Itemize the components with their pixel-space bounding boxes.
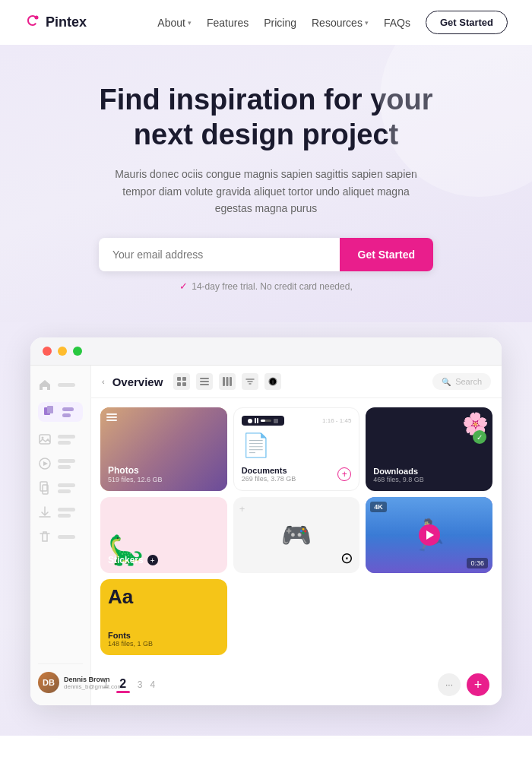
check-icon: ✓ (179, 280, 188, 292)
sidebar-item-video[interactable] (38, 457, 83, 470)
sidebar-nav (38, 378, 83, 648)
files-grid: Photos 519 files, 12.6 GB (91, 398, 502, 664)
sidebar-item-files[interactable] (38, 402, 83, 422)
stickers-card[interactable]: 🦕 Stickers + (100, 497, 227, 573)
hero-title: Find inspiration for your next design pr… (68, 83, 464, 152)
info-icon[interactable]: i (264, 373, 281, 390)
close-dot (43, 347, 52, 356)
toolbar-icons: i (173, 373, 281, 390)
video-duration: 0:36 (467, 558, 488, 568)
svg-rect-9 (177, 377, 181, 381)
mockup-wrapper: DB Dennis Brown dennis_b@gmail.com ‹ Ove… (0, 322, 532, 736)
video-card[interactable]: 🏃 4K 0:36 (366, 497, 492, 573)
sidebar-item-images[interactable] (38, 432, 83, 446)
nav-get-started-button[interactable]: Get Started (426, 11, 508, 34)
downloads-sub: 468 files, 9.8 GB (373, 476, 485, 483)
nav-features[interactable]: Features (207, 17, 249, 29)
svg-rect-11 (177, 382, 181, 386)
images-icon (38, 432, 52, 446)
svg-rect-10 (182, 377, 186, 381)
documents-title: Documents (242, 466, 296, 475)
more-options-button[interactable]: ··· (438, 673, 461, 696)
game-controller-icon: 🎮 (281, 521, 312, 549)
document-icon (38, 481, 52, 495)
toolbar-title: Overview (112, 375, 163, 388)
nav-about[interactable]: About ▾ (157, 17, 192, 29)
svg-rect-18 (230, 377, 232, 386)
pdf-icon: 📄 (242, 432, 270, 458)
photos-card[interactable]: Photos 519 files, 12.6 GB (100, 407, 227, 491)
add-doc-icon[interactable]: + (337, 467, 351, 481)
pagination: 1 2 3 4 ··· + (91, 664, 502, 705)
app-sidebar: DB Dennis Brown dennis_b@gmail.com (30, 366, 91, 705)
svg-rect-14 (200, 381, 209, 382)
about-chevron-icon: ▾ (188, 19, 192, 27)
hero-form: Get Started (99, 238, 433, 271)
page-3[interactable]: 3 (138, 679, 143, 690)
page-4[interactable]: 4 (150, 679, 155, 690)
photos-label: Photos (108, 465, 220, 476)
hero-get-started-button[interactable]: Get Started (340, 238, 433, 271)
video-icon (38, 457, 52, 470)
downloads-label: Downloads (373, 467, 485, 476)
svg-rect-17 (226, 377, 229, 386)
photos-sub: 519 files, 12.6 GB (108, 476, 220, 483)
hero-subtitle: Mauris donec ociis congue magnis sapien … (106, 166, 426, 217)
nav-pricing[interactable]: Pricing (264, 17, 296, 29)
svg-rect-7 (40, 482, 47, 491)
svg-rect-16 (223, 377, 225, 386)
svg-rect-13 (200, 378, 209, 379)
grid-view-icon[interactable] (173, 373, 190, 390)
documents-sub: 269 files, 3.78 GB (242, 475, 296, 483)
files-icon (43, 405, 56, 419)
toolbar-search[interactable]: 🔍 Search (432, 373, 491, 390)
svg-point-4 (42, 437, 44, 439)
downloads-card[interactable]: 🌸 ✓ Downloads 468 files, 9.8 GB (366, 407, 492, 491)
page-1[interactable]: 1 (103, 679, 109, 690)
brands-section: HOSTING BD ARCHITECT LOREM LOGO SLOGAN H… (0, 736, 532, 760)
play-button[interactable] (419, 524, 440, 546)
app-toolbar: ‹ Overview (91, 366, 502, 398)
nav-links: About ▾ Features Pricing Resources ▾ FAQ… (157, 11, 508, 34)
add-button[interactable]: + (467, 673, 489, 696)
download-icon (38, 505, 52, 519)
fonts-title: Fonts (108, 631, 220, 640)
active-page-indicator (116, 691, 130, 693)
fonts-sub: 148 files, 1 GB (108, 640, 220, 648)
page-numbers: 1 2 3 4 (103, 677, 155, 693)
columns-view-icon[interactable] (219, 373, 236, 390)
logo-icon (24, 12, 41, 33)
media-timestamp: 1:16 - 1:45 (322, 417, 351, 424)
mockup-main: ‹ Overview (91, 366, 502, 705)
search-icon: 🔍 (442, 378, 451, 386)
sidebar-item-documents[interactable] (38, 481, 83, 495)
nav-faqs[interactable]: FAQs (384, 17, 410, 29)
brand-name: Pintex (46, 14, 87, 30)
list-view-icon[interactable] (196, 373, 213, 390)
navbar: Pintex About ▾ Features Pricing Resource… (0, 0, 532, 45)
sort-icon[interactable] (242, 373, 258, 390)
sidebar-item-home[interactable] (38, 378, 83, 391)
fonts-aa-label: Aa (108, 585, 133, 609)
media-player (242, 416, 284, 426)
nav-resources[interactable]: Resources ▾ (312, 17, 369, 29)
email-input[interactable] (99, 238, 340, 271)
play-icon (426, 530, 434, 540)
game-card[interactable]: + 🎮 ⊙ (233, 497, 360, 573)
back-icon[interactable]: ‹ (102, 377, 105, 386)
sidebar-item-downloads[interactable] (38, 505, 83, 519)
page-2[interactable]: 2 (119, 677, 126, 691)
stickers-add-icon[interactable]: + (147, 555, 158, 565)
pagination-actions: ··· + (438, 673, 489, 696)
fonts-card[interactable]: Aa Fonts 148 files, 1 GB (100, 579, 227, 655)
logo[interactable]: Pintex (24, 12, 87, 33)
sidebar-item-trash[interactable] (38, 530, 83, 543)
check-icon: ✓ (473, 430, 486, 444)
user-avatar: DB (38, 672, 59, 693)
maximize-dot (73, 347, 82, 356)
documents-card[interactable]: 1:16 - 1:45 📄 Documents 269 files, 3.78 … (233, 407, 360, 491)
svg-rect-2 (47, 406, 53, 413)
circle-icon: ⊙ (340, 549, 353, 567)
home-icon (38, 378, 52, 391)
mockup-body: DB Dennis Brown dennis_b@gmail.com ‹ Ove… (30, 366, 502, 705)
